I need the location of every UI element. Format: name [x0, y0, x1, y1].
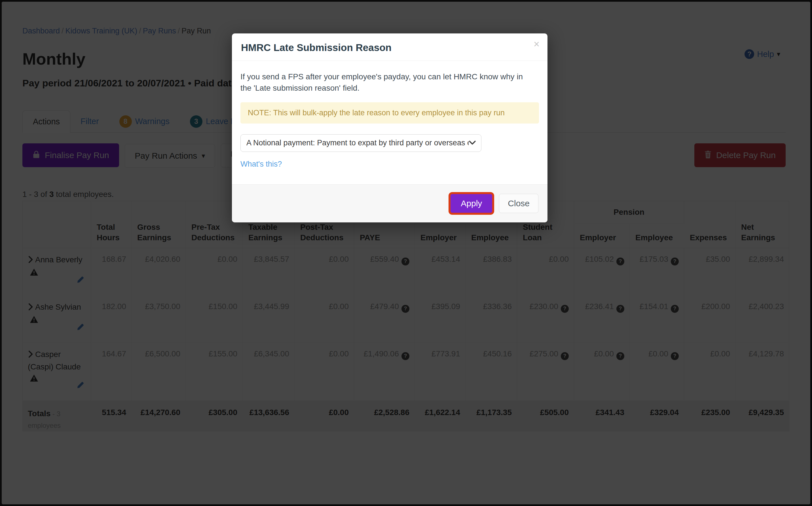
- hmrc-late-submission-modal: HMRC Late Submission Reason × If you sen…: [232, 33, 547, 223]
- late-reason-select[interactable]: A Notional payment: Payment to expat by …: [240, 134, 482, 152]
- apply-button[interactable]: Apply: [450, 194, 492, 213]
- modal-title: HMRC Late Submission Reason: [241, 42, 538, 53]
- close-icon[interactable]: ×: [534, 39, 539, 49]
- modal-footer: Apply Close: [232, 184, 547, 223]
- late-reason-selected-value: A Notional payment: Payment to expat by …: [246, 139, 469, 147]
- modal-body: If you send a FPS after your employee's …: [232, 61, 547, 184]
- screenshot-frame: Dashboard/Kidows Training (UK)/Pay Runs/…: [0, 0, 812, 506]
- chevron-down-icon: [469, 139, 476, 147]
- modal-header: HMRC Late Submission Reason ×: [232, 33, 547, 61]
- close-button[interactable]: Close: [499, 194, 538, 213]
- bulk-apply-note: NOTE: This will bulk-apply the late reas…: [240, 102, 539, 123]
- modal-description: If you send a FPS after your employee's …: [240, 71, 532, 94]
- whats-this-link[interactable]: What's this?: [240, 160, 282, 169]
- pay-run-page: Dashboard/Kidows Training (UK)/Pay Runs/…: [2, 2, 810, 504]
